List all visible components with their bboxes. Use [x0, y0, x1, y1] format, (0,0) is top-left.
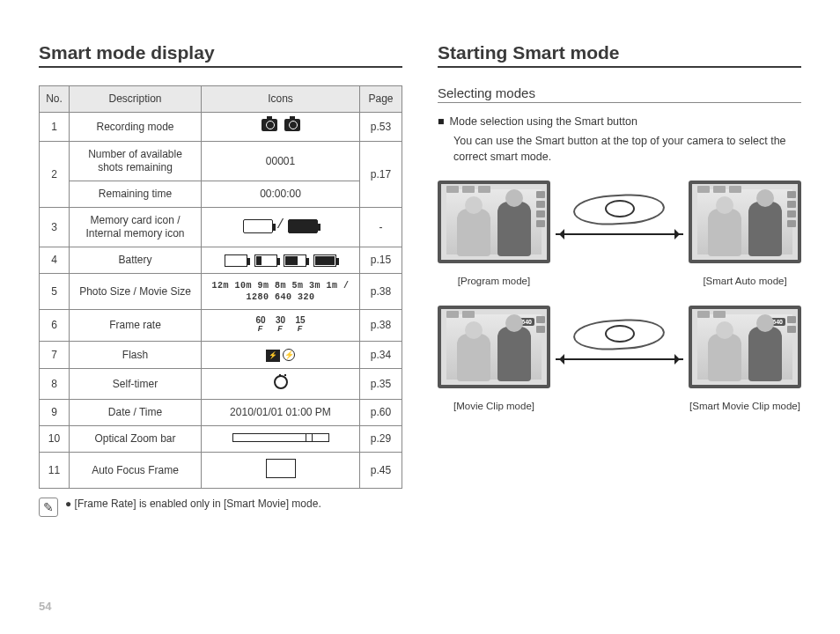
camera-icon: [284, 119, 300, 131]
th-desc: Description: [70, 86, 202, 113]
cell-desc: Frame rate: [70, 310, 202, 342]
self-timer-icon: [274, 375, 288, 389]
cell-no: 4: [40, 247, 70, 274]
photosize-text-top: 12m 10m 9m 8m 5m 3m 1m /: [207, 280, 354, 291]
cell-no: 10: [40, 426, 70, 453]
th-page: Page: [360, 86, 402, 113]
no-flash-icon: ⚡: [283, 349, 295, 361]
cell-icon: /: [202, 208, 360, 247]
cell-no: 6: [40, 310, 70, 342]
screen-movie: 640: [438, 306, 550, 388]
cell-no: 5: [40, 274, 70, 310]
cell-desc: Memory card icon / Internal memory icon: [70, 208, 202, 247]
square-bullet-icon: ■: [438, 115, 445, 128]
th-no: No.: [40, 86, 70, 113]
right-column: Starting Smart mode Selecting modes ■ Mo…: [438, 42, 801, 517]
mode-row: 640 640: [438, 306, 801, 388]
cell-icon: ⚡ ⚡: [202, 342, 360, 369]
cell-no: 9: [40, 400, 70, 426]
smart-switch-diagram: [556, 191, 683, 253]
cell-icon: 60F 30F 15F: [202, 310, 360, 342]
cell-page: p.34: [360, 342, 402, 369]
cell-icon: 2010/01/01 01:00 PM: [202, 400, 360, 426]
cell-icon: 00:00:00: [202, 181, 360, 208]
cell-no: 8: [40, 369, 70, 400]
page-number: 54: [39, 600, 51, 613]
cell-desc: Battery: [70, 247, 202, 274]
table-row: 3 Memory card icon / Internal memory ico…: [40, 208, 402, 247]
framerate-icon: 30F: [276, 316, 285, 333]
cell-page: p.53: [360, 113, 402, 142]
left-column: Smart mode display No. Description Icons…: [39, 42, 402, 517]
table-row: 2 Number of available shots remaining 00…: [40, 142, 402, 181]
battery-icon: [225, 254, 247, 267]
note-text: [Frame Rate] is enabled only in [Smart M…: [75, 498, 321, 510]
table-row: 11 Auto Focus Frame p.45: [40, 453, 402, 489]
table-row: 7 Flash ⚡ ⚡ p.34: [40, 342, 402, 369]
cell-no: 7: [40, 342, 70, 369]
table-row: 9 Date / Time 2010/01/01 01:00 PM p.60: [40, 400, 402, 426]
cell-icon: 00001: [202, 142, 360, 181]
af-frame-icon: [266, 459, 296, 478]
cell-no: 11: [40, 453, 70, 489]
cell-page: p.38: [360, 310, 402, 342]
table-row: Remaining time 00:00:00: [40, 181, 402, 208]
mode-row: [438, 181, 801, 263]
cell-desc: Photo Size / Movie Size: [70, 274, 202, 310]
camera-icon: [262, 119, 277, 131]
table-row: 8 Self-timer p.35: [40, 369, 402, 400]
cell-no: 3: [40, 208, 70, 247]
framerate-icon: 15F: [295, 316, 305, 333]
zoom-bar-icon: [232, 433, 329, 442]
note-icon: ✎: [39, 498, 58, 517]
cell-no: 1: [40, 113, 70, 142]
th-icon: Icons: [202, 86, 360, 113]
battery-icon: [313, 254, 336, 267]
cell-icon: [202, 247, 360, 274]
cell-page: p.35: [360, 369, 402, 400]
left-heading: Smart mode display: [39, 42, 402, 68]
photosize-text-bot: 1280 640 320: [207, 291, 354, 303]
screen-smart-movie: 640: [689, 306, 801, 388]
cell-icon: [202, 113, 360, 142]
note: ✎ ● [Frame Rate] is enabled only in [Sma…: [39, 498, 402, 517]
battery-icon: [284, 254, 306, 267]
cell-icon: [202, 369, 360, 400]
framerate-icon: 60F: [255, 316, 265, 333]
smart-switch-diagram: [556, 316, 683, 378]
cell-icon: [202, 453, 360, 489]
internal-memory-icon: [288, 219, 318, 233]
cell-no: 2: [40, 142, 70, 208]
cell-desc: Remaining time: [70, 181, 202, 208]
caption-smart-auto: [Smart Auto mode]: [689, 276, 801, 286]
note-bullet: ●: [65, 498, 71, 510]
cell-desc: Flash: [70, 342, 202, 369]
cell-page: p.17: [360, 142, 402, 208]
cell-page: p.38: [360, 274, 402, 310]
description-table: No. Description Icons Page 1 Recording m…: [39, 85, 402, 489]
table-row: 1 Recording mode p.53: [40, 113, 402, 142]
battery-icon: [254, 254, 277, 267]
cell-desc: Recording mode: [70, 113, 202, 142]
right-heading: Starting Smart mode: [438, 42, 801, 68]
cell-desc: Self-timer: [70, 369, 202, 400]
cell-icon: 12m 10m 9m 8m 5m 3m 1m / 1280 640 320: [202, 274, 360, 310]
screen-smart-auto: [689, 181, 801, 263]
body-text: You can use the Smart button at the top …: [453, 133, 801, 165]
right-subheading: Selecting modes: [438, 85, 801, 103]
caption-smart-movie: [Smart Movie Clip mode]: [689, 401, 801, 411]
cell-page: p.60: [360, 400, 402, 426]
cell-desc: Auto Focus Frame: [70, 453, 202, 489]
cell-desc: Optical Zoom bar: [70, 426, 202, 453]
sdcard-icon: [243, 219, 273, 233]
bullet-text: Mode selection using the Smart button: [450, 115, 637, 128]
table-row: 6 Frame rate 60F 30F 15F p.38: [40, 310, 402, 342]
bullet-line: ■ Mode selection using the Smart button: [438, 115, 801, 128]
caption-program: [Program mode]: [438, 276, 550, 286]
flash-icon: ⚡: [266, 350, 280, 362]
cell-desc: Number of available shots remaining: [70, 142, 202, 181]
cell-page: p.29: [360, 426, 402, 453]
cell-page: p.45: [360, 453, 402, 489]
cell-page: -: [360, 208, 402, 247]
caption-movie: [Movie Clip mode]: [438, 401, 550, 411]
